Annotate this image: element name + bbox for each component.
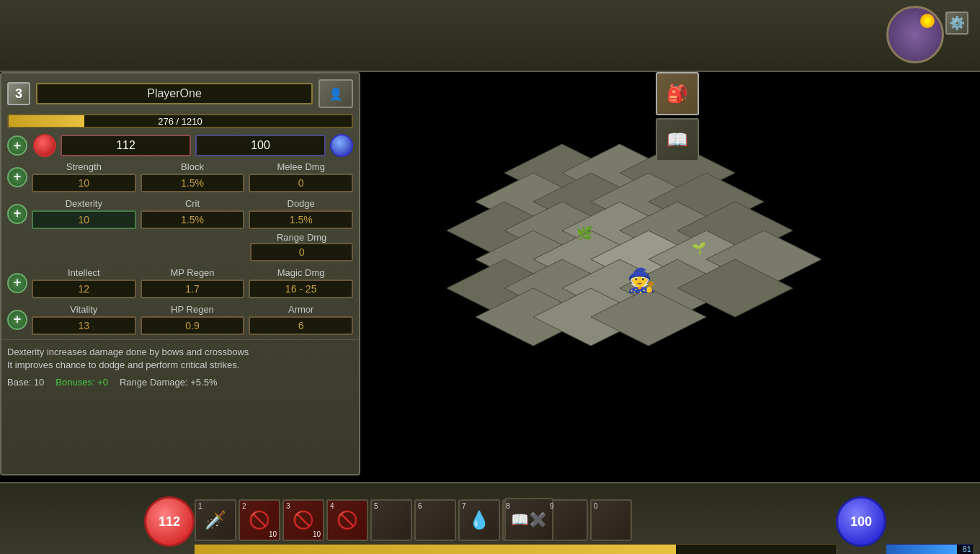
- add-attribute-button-1[interactable]: +: [7, 135, 27, 156]
- hotkey-icon-1: 🗡️: [205, 510, 226, 530]
- strength-label: Strength: [32, 161, 136, 172]
- strength-value: 10: [32, 174, 136, 192]
- vitality-stats: Vitality 13 HP Regen 0.9 Armor 6: [32, 304, 353, 335]
- bottom-xp-bar: 73: [195, 544, 836, 554]
- strength-section: Strength 10: [32, 161, 136, 192]
- hotkey-slots-container: 1🗡️2🚫103🚫104🚫567💧8🗡️90: [195, 499, 632, 541]
- description-range-damage: Range Damage: +5.5%: [120, 376, 218, 389]
- tab-skills-icon: 📖: [667, 130, 688, 150]
- hotkey-slot-4[interactable]: 4🚫: [326, 499, 368, 541]
- svg-text:🌱: 🌱: [692, 241, 706, 255]
- dexterity-value: 10: [32, 210, 136, 229]
- bottom-mana-orb: 100: [836, 496, 886, 547]
- hotkey-slot-7[interactable]: 7💧: [458, 499, 500, 541]
- add-intellect-button[interactable]: +: [7, 273, 27, 293]
- armor-stat-label: Armor: [249, 304, 353, 315]
- player-level-badge: 3: [7, 82, 30, 105]
- mp-regen-value: 1.7: [141, 280, 245, 298]
- bottom-mana-right-num: 81: [963, 545, 971, 553]
- settings-icon: ⚙️: [949, 15, 965, 31]
- mp-regen-section: MP Regen 1.7: [141, 267, 245, 298]
- xp-bar-container: 276 / 1210: [7, 114, 353, 128]
- mana-orb: [330, 134, 353, 157]
- tab-skills[interactable]: 📖: [656, 118, 699, 161]
- hotkey-icon-7: 💧: [468, 510, 490, 530]
- strength-row: + Strength 10 Block 1.5% Melee Dmg 0: [1, 160, 359, 194]
- hotkey-slot-0[interactable]: 0: [590, 499, 632, 541]
- hotkey-count-3: 10: [313, 530, 321, 538]
- hp-mana-inner: 112 100: [33, 134, 353, 157]
- description-text-1: Dexterity increases damage done by bows …: [7, 346, 353, 359]
- block-section: Block 1.5%: [141, 161, 245, 192]
- book-button[interactable]: 📖✖️: [504, 498, 553, 541]
- hotkey-icon-3: 🚫: [293, 510, 314, 530]
- add-vitality-button[interactable]: +: [7, 310, 27, 330]
- hotkey-slot-1[interactable]: 1🗡️: [195, 499, 236, 541]
- dexterity-label: Dexterity: [32, 198, 136, 209]
- hotkey-num-4: 4: [330, 502, 334, 510]
- armor-stat-section: Armor 6: [249, 304, 353, 335]
- melee-dmg-value: 0: [249, 174, 353, 192]
- vitality-section: Vitality 13: [32, 304, 136, 335]
- intellect-row: + Intellect 12 MP Regen 1.7 Magic Dmg 16…: [1, 266, 359, 300]
- settings-button[interactable]: ⚙️: [945, 12, 968, 35]
- add-strength-button[interactable]: +: [7, 167, 27, 187]
- block-value: 1.5%: [141, 174, 245, 192]
- hotkey-slot-3[interactable]: 3🚫10: [282, 499, 324, 541]
- dodge-label: Dodge: [249, 198, 353, 209]
- book-button-container: 📖✖️: [504, 498, 553, 541]
- magic-dmg-label: Magic Dmg: [249, 267, 353, 278]
- hotkey-icon-2: 🚫: [249, 510, 270, 530]
- inventory-tabs: 🎒 📖: [656, 72, 699, 161]
- xp-bar-text: 276 / 1210: [158, 116, 202, 127]
- book-icon: 📖✖️: [511, 511, 547, 528]
- magic-dmg-value: 16 - 25: [249, 280, 353, 298]
- hotkey-num-8: 8: [506, 502, 510, 510]
- svg-text:🧙: 🧙: [627, 267, 656, 294]
- range-dmg-label: Range Dmg: [250, 232, 353, 243]
- minimap[interactable]: [886, 6, 944, 63]
- portrait-button[interactable]: 👤: [318, 79, 353, 108]
- left-stats-panel: 3 PlayerOne 👤 276 / 1210 + 112 100 + Str…: [0, 72, 360, 475]
- intellect-stats: Intellect 12 MP Regen 1.7 Magic Dmg 16 -…: [32, 267, 353, 298]
- crit-value: 1.5%: [141, 210, 245, 229]
- range-dmg-section: Range Dmg 0: [250, 232, 353, 262]
- vitality-row: + Vitality 13 HP Regen 0.9 Armor 6: [1, 303, 359, 336]
- minimap-container: [886, 6, 944, 63]
- range-stats: Range Dmg 0: [36, 232, 353, 262]
- tab-inventory[interactable]: 🎒: [656, 72, 699, 115]
- hotkey-num-0: 0: [594, 502, 598, 510]
- bottom-mana-bar: 81: [886, 544, 973, 554]
- minimap-sun-icon: [920, 14, 935, 28]
- mana-display: 100: [195, 135, 326, 156]
- bottom-right-orb-container: 100: [836, 496, 886, 547]
- hotkey-num-6: 6: [418, 502, 422, 510]
- melee-dmg-section: Melee Dmg 0: [249, 161, 353, 192]
- armor-stat-value: 6: [249, 316, 353, 335]
- magic-dmg-section: Magic Dmg 16 - 25: [249, 267, 353, 298]
- intellect-value: 12: [32, 280, 136, 298]
- add-dexterity-button[interactable]: +: [7, 204, 27, 224]
- xp-bar-fill: [9, 115, 84, 127]
- hotkey-slot-5[interactable]: 5: [370, 499, 412, 541]
- intellect-label: Intellect: [32, 267, 136, 278]
- player-header: 3 PlayerOne 👤: [1, 73, 359, 114]
- hotkey-num-3: 3: [286, 502, 290, 510]
- description-base: Base: 10: [7, 376, 44, 389]
- hotkey-icon-4: 🚫: [337, 510, 358, 530]
- mp-regen-label: MP Regen: [141, 267, 245, 278]
- hotkey-num-7: 7: [462, 502, 466, 510]
- hp-orb: [33, 134, 56, 157]
- dexterity-row: + Dexterity 10 Crit 1.5% Dodge 1.5%: [1, 197, 359, 231]
- portrait-icon: 👤: [329, 87, 343, 101]
- hotkey-num-9: 9: [550, 502, 554, 510]
- hotkey-slot-6[interactable]: 6: [414, 499, 456, 541]
- description-bonuses: Bonuses: +0: [55, 376, 108, 389]
- dodge-section: Dodge 1.5%: [249, 198, 353, 229]
- hp-regen-label: HP Regen: [141, 304, 245, 315]
- bottom-xp-left-num: 73: [196, 545, 205, 553]
- hp-mana-row: + 112 100: [1, 131, 359, 160]
- dexterity-section: Dexterity 10: [32, 198, 136, 229]
- crit-label: Crit: [141, 198, 245, 209]
- hotkey-slot-2[interactable]: 2🚫10: [239, 499, 280, 541]
